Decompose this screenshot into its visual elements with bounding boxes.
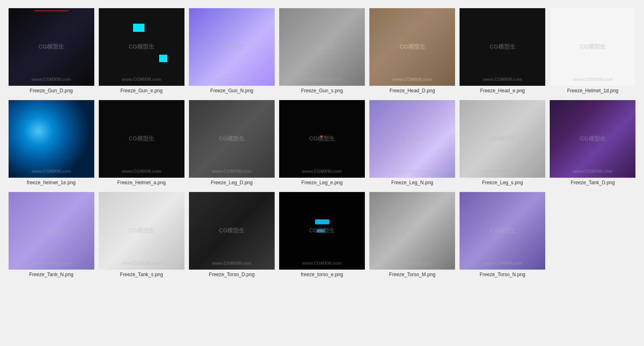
filename-label: Freeze_Torso_M.png [389,272,435,277]
thumbnail[interactable]: CG模型生 www.CGMXW.com [9,8,94,86]
list-item[interactable]: CG模型生 www.CGMXW.com Freeze_Leg_e.png [279,100,365,185]
filename-label: Freeze_Head_e.png [480,88,525,94]
thumbnail[interactable]: CG模型生 www.CGMXW.com [550,100,635,178]
list-item[interactable]: CG模型生 www.CGMXW.com Freeze_Leg_D.png [189,100,275,185]
thumbnail[interactable]: CG模型生 www.CGMXW.com [99,192,184,270]
list-item[interactable]: CG模型生 www.CGMXW.com Freeze_Torso_N.png [460,192,546,277]
thumbnail[interactable]: CG模型生 www.CGMXW.com [189,100,275,178]
list-item[interactable]: CG模型生 www.CGMXW.com Freeze_Leg_s.png [460,100,546,185]
thumbnail[interactable]: CG模型生 www.CGMXW.com [369,8,455,86]
list-item[interactable]: CG模型生 www.CGMXW.com Freeze_Head_D.png [369,8,455,94]
thumbnail[interactable]: CG模型生 www.CGMXW.com [460,192,545,270]
filename-label: Freeze_Gun_s.png [301,88,343,94]
list-item[interactable]: CG模型生 www.CGMXW.com Freeze_Tank_s.png [98,192,184,277]
list-item[interactable]: CG模型生 www.CGMXW.com Freeze_Leg_N.png [369,100,455,185]
thumbnail[interactable]: CG模型生 www.CGMXW.com [460,8,545,86]
list-item[interactable]: www.CGMXW.com freeze_helmet_1e.png [8,100,94,185]
file-grid: CG模型生 www.CGMXW.com Freeze_Gun_D.png CG模… [4,4,640,281]
filename-label: Freeze_Leg_s.png [482,180,523,185]
filename-label: Freeze_Leg_N.png [391,180,433,185]
thumbnail[interactable]: CG模型生 www.CGMXW.com [279,100,365,178]
filename-label: Freeze_Torso_N.png [480,272,525,277]
filename-label: Freeze_Tank_s.png [120,272,163,277]
thumbnail[interactable]: CG模型生 www.CGMXW.com [279,192,365,270]
list-item[interactable]: CG模型生 www.CGMXW.com Freeze_Tank_D.png [550,100,636,185]
filename-label: Freeze_Tank_N.png [29,272,73,277]
thumbnail[interactable]: CG模型生 www.CGMXW.com [279,8,365,86]
thumbnail[interactable]: CG模型生 www.CGMXW.com [9,192,94,270]
list-item[interactable]: CG模型生 www.CGMXW.com Freeze_Torso_D.png [189,192,275,277]
filename-label: freeze_torso_e.png [301,272,343,277]
filename-label: Freeze_Gun_e.png [120,88,162,94]
list-item[interactable]: CG模型生 www.CGMXW.com Freeze_Head_e.png [460,8,546,94]
list-item[interactable]: CG模型生 www.CGMXW.com Freeze_Gun_N.png [189,8,275,94]
filename-label: Freeze_Torso_D.png [209,272,255,277]
list-item[interactable]: CG模型生 www.CGMXW.com Freeze_Tank_N.png [8,192,94,277]
thumbnail[interactable]: CG模型生 www.CGMXW.com [460,100,545,178]
filename-label: Freeze_Helmet_1d.png [567,88,618,94]
list-item[interactable]: CG模型生 www.CGMXW.com Freeze_Helmet_1d.png [550,8,636,94]
filename-label: Freeze_Tank_D.png [571,180,615,185]
thumbnail[interactable]: www.CGMXW.com [9,100,94,178]
filename-label: Freeze_Gun_D.png [30,88,73,94]
filename-label: Freeze_Leg_D.png [211,180,253,185]
list-item[interactable]: CG模型生 www.CGMXW.com Freeze_Gun_s.png [279,8,365,94]
thumbnail[interactable]: CG模型生 www.CGMXW.com [369,100,455,178]
filename-label: Freeze_Head_D.png [389,88,435,94]
thumbnail[interactable]: CG模型生 www.CGMXW.com [550,8,635,86]
filename-label: Freeze_Helmet_a.png [117,180,166,185]
thumbnail[interactable]: CG模型生 www.CGMXW.com [189,8,275,86]
thumbnail[interactable]: CG模型生 www.CGMXW.com [99,8,184,86]
list-item[interactable]: CG模型生 www.CGMXW.com freeze_torso_e.png [279,192,365,277]
list-item[interactable]: CG模型生 www.CGMXW.com Freeze_Helmet_a.png [98,100,184,185]
list-item[interactable]: CG模型生 www.CGMXW.com Freeze_Torso_M.png [369,192,455,277]
list-item[interactable]: CG模型生 www.CGMXW.com Freeze_Gun_D.png [8,8,94,94]
list-item[interactable]: CG模型生 www.CGMXW.com Freeze_Gun_e.png [98,8,184,94]
thumbnail[interactable]: CG模型生 www.CGMXW.com [369,192,455,270]
thumbnail[interactable]: CG模型生 www.CGMXW.com [99,100,184,178]
thumbnail[interactable]: CG模型生 www.CGMXW.com [189,192,275,270]
filename-label: freeze_helmet_1e.png [27,180,76,185]
filename-label: Freeze_Leg_e.png [302,180,343,185]
filename-label: Freeze_Gun_N.png [210,88,253,94]
